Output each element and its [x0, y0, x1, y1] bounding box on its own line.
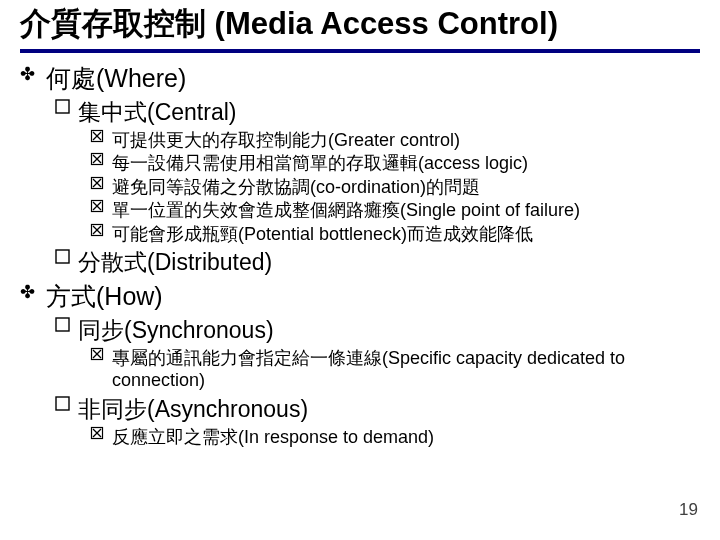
bullet-l3: 專屬的通訊能力會指定給一條連線(Specific capacity dedica…	[90, 347, 700, 392]
bullet-l2-async: 非同步(Asynchronous)	[54, 395, 700, 424]
x-bullet-icon	[90, 199, 112, 214]
page-number: 19	[679, 500, 698, 520]
x-bullet-icon	[90, 426, 112, 441]
bullet-text: 反應立即之需求(In response to demand)	[112, 426, 700, 449]
x-bullet-icon	[90, 347, 112, 362]
bullet-l2-sync: 同步(Synchronous)	[54, 316, 700, 345]
y-bullet-icon	[54, 316, 78, 334]
bullet-text: 集中式(Central)	[78, 98, 700, 127]
svg-rect-23	[56, 397, 69, 410]
svg-text:✤: ✤	[20, 282, 35, 302]
bullet-text: 非同步(Asynchronous)	[78, 395, 700, 424]
slide: 介質存取控制 (Media Access Control) ✤ 何處(Where…	[0, 0, 720, 540]
bullet-l3: 可能會形成瓶頸(Potential bottleneck)而造成效能降低	[90, 223, 700, 246]
bullet-text: 何處(Where)	[46, 63, 700, 94]
bullet-l3: 避免同等設備之分散協調(co-ordination)的問題	[90, 176, 700, 199]
svg-rect-1	[56, 100, 69, 113]
bullet-l1-where: ✤ 何處(Where)	[20, 63, 700, 94]
z-bullet-icon: ✤	[20, 282, 46, 302]
y-bullet-icon	[54, 248, 78, 266]
bullet-l3: 每一設備只需使用相當簡單的存取邏輯(access logic)	[90, 152, 700, 175]
x-bullet-icon	[90, 176, 112, 191]
bullet-text: 專屬的通訊能力會指定給一條連線(Specific capacity dedica…	[112, 347, 700, 392]
x-bullet-icon	[90, 129, 112, 144]
bullet-l3: 可提供更大的存取控制能力(Greater control)	[90, 129, 700, 152]
bullet-text: 每一設備只需使用相當簡單的存取邏輯(access logic)	[112, 152, 700, 175]
y-bullet-icon	[54, 98, 78, 116]
bullet-text: 單一位置的失效會造成整個網路癱瘓(Single point of failure…	[112, 199, 700, 222]
svg-rect-17	[56, 250, 69, 263]
z-bullet-icon: ✤	[20, 64, 46, 84]
bullet-l2-distributed: 分散式(Distributed)	[54, 248, 700, 277]
slide-title: 介質存取控制 (Media Access Control)	[20, 6, 700, 43]
y-bullet-icon	[54, 395, 78, 413]
bullet-l3: 單一位置的失效會造成整個網路癱瘓(Single point of failure…	[90, 199, 700, 222]
bullet-text: 分散式(Distributed)	[78, 248, 700, 277]
bullet-text: 避免同等設備之分散協調(co-ordination)的問題	[112, 176, 700, 199]
svg-text:✤: ✤	[20, 64, 35, 84]
bullet-text: 可能會形成瓶頸(Potential bottleneck)而造成效能降低	[112, 223, 700, 246]
bullet-l1-how: ✤ 方式(How)	[20, 281, 700, 312]
bullet-text: 同步(Synchronous)	[78, 316, 700, 345]
x-bullet-icon	[90, 223, 112, 238]
bullet-l2-central: 集中式(Central)	[54, 98, 700, 127]
bullet-l3: 反應立即之需求(In response to demand)	[90, 426, 700, 449]
svg-rect-19	[56, 318, 69, 331]
bullet-text: 方式(How)	[46, 281, 700, 312]
x-bullet-icon	[90, 152, 112, 167]
title-underline	[20, 49, 700, 53]
bullet-text: 可提供更大的存取控制能力(Greater control)	[112, 129, 700, 152]
